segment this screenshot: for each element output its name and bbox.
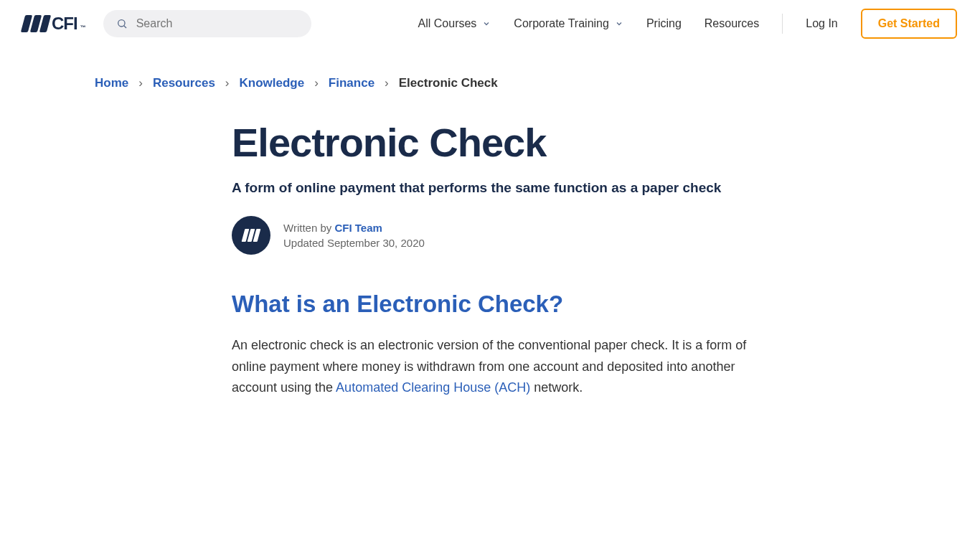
breadcrumb-knowledge[interactable]: Knowledge — [240, 76, 305, 90]
updated-line: Updated September 30, 2020 — [283, 237, 425, 249]
written-by-line: Written by CFI Team — [283, 222, 425, 234]
updated-prefix: Updated — [283, 237, 327, 249]
get-started-button[interactable]: Get Started — [861, 9, 957, 39]
nav-corporate-training-label: Corporate Training — [514, 17, 609, 30]
breadcrumb-current: Electronic Check — [399, 76, 498, 90]
nav-all-courses-label: All Courses — [418, 17, 477, 30]
nav-resources-label: Resources — [705, 17, 759, 30]
site-header: CFI ™ All Courses Corporate Training Pri… — [0, 0, 980, 47]
nav-log-in-label: Log In — [806, 17, 837, 30]
nav-divider — [782, 14, 783, 34]
page-title: Electronic Check — [232, 119, 760, 166]
breadcrumb-home[interactable]: Home — [95, 76, 128, 90]
logo[interactable]: CFI ™ — [23, 14, 86, 34]
author-avatar[interactable] — [232, 216, 270, 255]
breadcrumb-separator: › — [385, 76, 389, 90]
body-text-post: network. — [530, 380, 583, 395]
nav-pricing-label: Pricing — [646, 17, 682, 30]
updated-date: September 30, 2020 — [327, 237, 425, 249]
breadcrumb-separator: › — [225, 76, 230, 90]
search-input[interactable] — [136, 17, 298, 30]
nav-pricing[interactable]: Pricing — [646, 17, 682, 30]
written-by-prefix: Written by — [283, 222, 334, 234]
svg-point-0 — [118, 20, 124, 27]
nav-log-in[interactable]: Log In — [806, 17, 837, 30]
nav-resources[interactable]: Resources — [705, 17, 759, 30]
ach-link[interactable]: Automated Clearing House (ACH) — [336, 380, 530, 395]
logo-text: CFI — [52, 14, 77, 34]
page-subtitle: A form of online payment that performs t… — [232, 180, 760, 196]
breadcrumb: Home › Resources › Knowledge › Finance ›… — [0, 47, 980, 90]
logo-tm: ™ — [80, 24, 86, 31]
chevron-down-icon — [482, 19, 491, 28]
breadcrumb-separator: › — [138, 76, 143, 90]
svg-line-1 — [123, 26, 126, 28]
search-box[interactable] — [103, 10, 311, 37]
article-content: Electronic Check A form of online paymen… — [0, 90, 760, 399]
body-paragraph: An electronic check is an electronic ver… — [232, 335, 748, 399]
main-nav: All Courses Corporate Training Pricing R… — [418, 9, 957, 39]
section-heading: What is an Electronic Check? — [232, 291, 760, 318]
logo-bars-icon — [23, 15, 49, 32]
breadcrumb-separator: › — [314, 76, 319, 90]
breadcrumb-resources[interactable]: Resources — [153, 76, 215, 90]
nav-corporate-training[interactable]: Corporate Training — [514, 17, 623, 30]
avatar-bars-icon — [243, 229, 259, 242]
author-name-link[interactable]: CFI Team — [334, 222, 382, 234]
breadcrumb-finance[interactable]: Finance — [329, 76, 374, 90]
author-row: Written by CFI Team Updated September 30… — [232, 216, 760, 255]
author-meta: Written by CFI Team Updated September 30… — [283, 222, 425, 249]
nav-all-courses[interactable]: All Courses — [418, 17, 491, 30]
search-icon — [116, 17, 128, 30]
chevron-down-icon — [615, 19, 623, 28]
